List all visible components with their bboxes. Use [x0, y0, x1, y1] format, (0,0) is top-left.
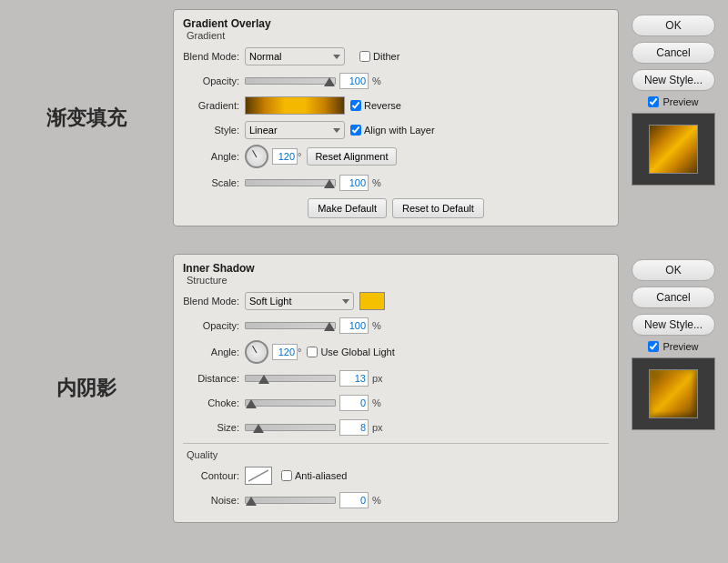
align-layer-checkbox[interactable]: [350, 125, 361, 136]
top-preview-checkbox-row: Preview: [648, 96, 698, 107]
top-panel-area: Gradient Overlay Gradient Blend Mode: No…: [173, 9, 728, 226]
top-cancel-button[interactable]: Cancel: [632, 42, 715, 64]
scale-label: Scale:: [183, 177, 245, 188]
bottom-angle-needle: [252, 346, 257, 353]
opacity-value-input[interactable]: 100: [339, 73, 369, 89]
bottom-color-swatch[interactable]: [359, 292, 385, 310]
contour-svg: [248, 468, 268, 483]
make-default-button[interactable]: Make Default: [308, 198, 387, 218]
top-right-sidebar: OK Cancel New Style... Preview: [619, 9, 728, 226]
gradient-bar[interactable]: [245, 96, 345, 115]
size-slider-track[interactable]: [245, 424, 336, 431]
reset-alignment-button[interactable]: Reset Alignment: [307, 147, 396, 166]
blend-mode-row: Blend Mode: Normal Dither: [183, 46, 609, 66]
bottom-dialog-panel: Inner Shadow Structure Blend Mode: Soft …: [173, 254, 619, 523]
opacity-slider-track[interactable]: [245, 77, 336, 85]
top-panel-subtitle: Gradient: [183, 30, 609, 41]
top-preview-checkbox[interactable]: [648, 96, 659, 107]
angle-value-input[interactable]: 120: [272, 148, 298, 165]
anti-aliased-checkbox[interactable]: [281, 470, 292, 481]
bottom-section-label: 内阴影: [0, 254, 173, 523]
bottom-new-style-button[interactable]: New Style...: [632, 314, 715, 336]
choke-unit: %: [372, 397, 381, 408]
bottom-opacity-slider-track[interactable]: [245, 322, 336, 329]
quality-divider: [183, 443, 609, 444]
distance-value-input[interactable]: 13: [339, 370, 369, 387]
top-preview-square: [649, 125, 698, 174]
angle-dial[interactable]: [245, 145, 268, 168]
angle-needle: [252, 150, 257, 157]
align-layer-checkbox-item: Align with Layer: [350, 125, 435, 136]
top-preview-label: Preview: [662, 96, 698, 107]
bottom-preview-checkbox[interactable]: [648, 341, 659, 352]
reverse-label: Reverse: [364, 100, 401, 111]
blend-mode-label: Blend Mode:: [183, 51, 245, 62]
dither-checkbox[interactable]: [359, 51, 370, 62]
bottom-blend-mode-row: Blend Mode: Soft Light: [183, 291, 609, 311]
bottom-angle-dial[interactable]: [245, 340, 268, 364]
scale-value-input[interactable]: 100: [339, 175, 369, 191]
scale-slider-track[interactable]: [245, 179, 336, 186]
top-new-style-button[interactable]: New Style...: [632, 69, 715, 91]
quality-title: Quality: [183, 449, 609, 460]
distance-slider-thumb: [258, 375, 269, 384]
choke-slider-container: 0 %: [245, 395, 381, 411]
top-ok-button[interactable]: OK: [632, 15, 715, 36]
size-value-input[interactable]: 8: [339, 419, 369, 436]
bottom-blend-mode-label: Blend Mode:: [183, 296, 245, 307]
bottom-opacity-unit: %: [372, 320, 381, 331]
opacity-label: Opacity:: [183, 75, 245, 86]
bottom-angle-value-input[interactable]: 120: [272, 344, 298, 360]
distance-slider-track[interactable]: [245, 375, 336, 382]
opacity-slider-thumb: [324, 77, 335, 86]
choke-value-input[interactable]: 0: [339, 395, 369, 411]
choke-label: Choke:: [183, 397, 245, 408]
choke-slider-track[interactable]: [245, 399, 336, 407]
bottom-section: 内阴影 Inner Shadow Structure Blend Mode: S…: [0, 245, 728, 532]
bottom-panel-subtitle: Structure: [183, 275, 609, 286]
bottom-preview-box: [632, 357, 715, 430]
bottom-cancel-button[interactable]: Cancel: [632, 287, 715, 308]
size-slider-container: 8 px: [245, 419, 383, 436]
bottom-ok-button[interactable]: OK: [632, 259, 715, 281]
blend-mode-select[interactable]: Normal: [245, 47, 345, 65]
section-separator: [0, 236, 728, 245]
noise-slider-container: 0 %: [245, 492, 381, 508]
noise-value-input[interactable]: 0: [339, 492, 369, 508]
anti-aliased-checkbox-item: Anti-aliased: [281, 470, 347, 481]
gradient-row: Gradient: Reverse: [183, 96, 609, 116]
bottom-panel-area: Inner Shadow Structure Blend Mode: Soft …: [173, 254, 728, 523]
bottom-opacity-row: Opacity: 100 %: [183, 316, 609, 336]
size-slider-thumb: [253, 424, 264, 433]
bottom-angle-label: Angle:: [183, 347, 245, 357]
distance-row: Distance: 13 px: [183, 368, 609, 388]
contour-row: Contour: Anti-aliased: [183, 466, 609, 486]
use-global-light-label: Use Global Light: [320, 347, 394, 357]
style-row: Style: Linear Align with Layer: [183, 120, 609, 140]
bottom-panel-title: Inner Shadow: [183, 262, 609, 275]
align-layer-label: Align with Layer: [364, 125, 435, 136]
top-dialog-panel: Gradient Overlay Gradient Blend Mode: No…: [173, 9, 619, 226]
scale-slider-thumb: [324, 179, 335, 188]
top-section: 渐变填充 Gradient Overlay Gradient Blend Mod…: [0, 0, 728, 236]
opacity-unit: %: [372, 75, 381, 86]
use-global-light-checkbox-item: Use Global Light: [307, 347, 394, 357]
bottom-opacity-value-input[interactable]: 100: [339, 317, 369, 334]
top-preview-box: [632, 113, 715, 186]
choke-slider-thumb: [246, 399, 257, 408]
noise-slider-track[interactable]: [245, 497, 336, 504]
opacity-slider-container: 100 %: [245, 73, 381, 89]
distance-slider-container: 13 px: [245, 370, 383, 387]
distance-unit: px: [372, 373, 383, 384]
use-global-light-checkbox[interactable]: [307, 347, 318, 357]
noise-row: Noise: 0 %: [183, 490, 609, 510]
scale-row: Scale: 100 %: [183, 173, 609, 193]
contour-preview[interactable]: [245, 467, 272, 485]
reset-to-default-button[interactable]: Reset to Default: [392, 198, 484, 218]
bottom-blend-mode-select[interactable]: Soft Light: [245, 292, 354, 310]
style-label: Style:: [183, 125, 245, 136]
reverse-checkbox-item: Reverse: [350, 100, 401, 111]
style-select[interactable]: Linear: [245, 121, 345, 139]
top-section-label: 渐变填充: [0, 9, 173, 226]
reverse-checkbox[interactable]: [350, 100, 361, 111]
